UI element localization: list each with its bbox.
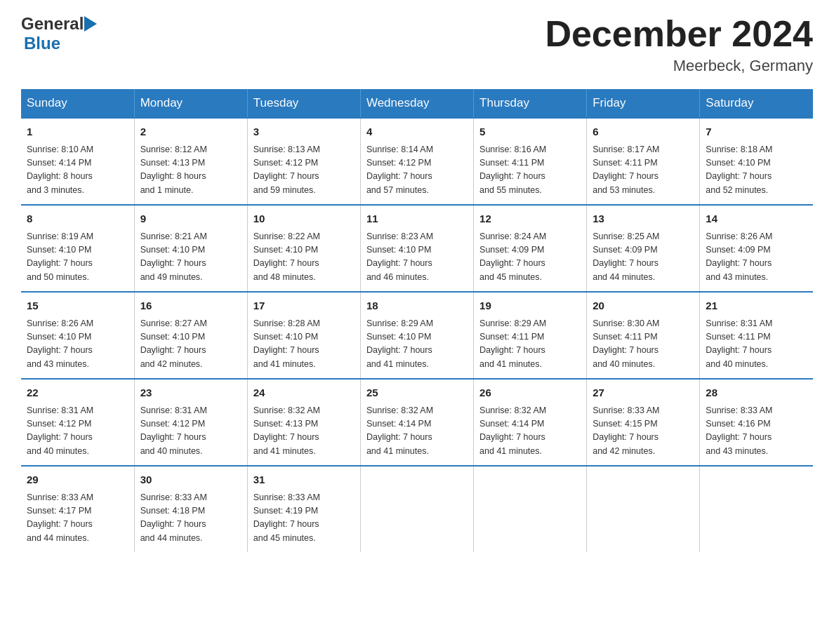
table-row	[474, 466, 587, 552]
day-number: 28	[706, 385, 807, 401]
calendar-week-row: 22 Sunrise: 8:31 AMSunset: 4:12 PMDaylig…	[21, 379, 813, 466]
day-info: Sunrise: 8:33 AMSunset: 4:16 PMDaylight:…	[706, 405, 772, 456]
day-number: 6	[593, 124, 694, 140]
table-row: 15 Sunrise: 8:26 AMSunset: 4:10 PMDaylig…	[21, 292, 134, 379]
day-number: 31	[253, 472, 355, 488]
table-row: 10 Sunrise: 8:22 AMSunset: 4:10 PMDaylig…	[247, 205, 360, 292]
day-number: 15	[27, 298, 128, 314]
day-info: Sunrise: 8:26 AMSunset: 4:09 PMDaylight:…	[706, 232, 772, 282]
table-row: 30 Sunrise: 8:33 AMSunset: 4:18 PMDaylig…	[134, 466, 247, 552]
day-number: 9	[140, 211, 241, 227]
day-number: 7	[706, 124, 807, 140]
col-wednesday: Wednesday	[360, 89, 473, 118]
day-number: 3	[253, 124, 355, 140]
day-info: Sunrise: 8:31 AMSunset: 4:12 PMDaylight:…	[140, 405, 207, 456]
table-row: 31 Sunrise: 8:33 AMSunset: 4:19 PMDaylig…	[247, 466, 360, 552]
calendar-week-row: 8 Sunrise: 8:19 AMSunset: 4:10 PMDayligh…	[21, 205, 813, 292]
col-friday: Friday	[587, 89, 700, 118]
day-info: Sunrise: 8:18 AMSunset: 4:10 PMDaylight:…	[706, 145, 772, 195]
day-number: 12	[479, 211, 581, 227]
table-row: 6 Sunrise: 8:17 AMSunset: 4:11 PMDayligh…	[587, 118, 700, 205]
day-info: Sunrise: 8:33 AMSunset: 4:19 PMDaylight:…	[253, 492, 320, 543]
day-info: Sunrise: 8:29 AMSunset: 4:10 PMDaylight:…	[366, 318, 433, 369]
day-info: Sunrise: 8:27 AMSunset: 4:10 PMDaylight:…	[140, 318, 207, 369]
table-row: 28 Sunrise: 8:33 AMSunset: 4:16 PMDaylig…	[700, 379, 813, 466]
page-header: General Blue December 2024 Meerbeck, Ger…	[21, 14, 813, 75]
table-row: 24 Sunrise: 8:32 AMSunset: 4:13 PMDaylig…	[247, 379, 360, 466]
logo: General Blue	[21, 14, 98, 53]
day-info: Sunrise: 8:22 AMSunset: 4:10 PMDaylight:…	[253, 232, 320, 282]
table-row	[360, 466, 473, 552]
table-row: 2 Sunrise: 8:12 AMSunset: 4:13 PMDayligh…	[134, 118, 247, 205]
svg-marker-0	[84, 16, 97, 32]
col-saturday: Saturday	[700, 89, 813, 118]
table-row	[700, 466, 813, 552]
logo-blue-text: Blue	[24, 34, 60, 53]
calendar-header-row: Sunday Monday Tuesday Wednesday Thursday…	[21, 89, 813, 118]
day-number: 20	[593, 298, 694, 314]
table-row: 17 Sunrise: 8:28 AMSunset: 4:10 PMDaylig…	[247, 292, 360, 379]
table-row: 12 Sunrise: 8:24 AMSunset: 4:09 PMDaylig…	[474, 205, 587, 292]
calendar-table: Sunday Monday Tuesday Wednesday Thursday…	[21, 89, 813, 552]
table-row: 7 Sunrise: 8:18 AMSunset: 4:10 PMDayligh…	[700, 118, 813, 205]
day-number: 4	[366, 124, 468, 140]
day-number: 18	[366, 298, 468, 314]
day-number: 22	[27, 385, 128, 401]
day-number: 16	[140, 298, 241, 314]
day-info: Sunrise: 8:32 AMSunset: 4:14 PMDaylight:…	[479, 405, 546, 456]
table-row: 20 Sunrise: 8:30 AMSunset: 4:11 PMDaylig…	[587, 292, 700, 379]
day-info: Sunrise: 8:31 AMSunset: 4:12 PMDaylight:…	[27, 405, 93, 456]
day-info: Sunrise: 8:26 AMSunset: 4:10 PMDaylight:…	[27, 318, 93, 369]
day-number: 24	[253, 385, 355, 401]
calendar-week-row: 1 Sunrise: 8:10 AMSunset: 4:14 PMDayligh…	[21, 118, 813, 205]
day-number: 21	[706, 298, 807, 314]
calendar-week-row: 15 Sunrise: 8:26 AMSunset: 4:10 PMDaylig…	[21, 292, 813, 379]
day-info: Sunrise: 8:10 AMSunset: 4:14 PMDaylight:…	[27, 145, 93, 195]
day-info: Sunrise: 8:32 AMSunset: 4:13 PMDaylight:…	[253, 405, 320, 456]
table-row: 11 Sunrise: 8:23 AMSunset: 4:10 PMDaylig…	[360, 205, 473, 292]
table-row: 3 Sunrise: 8:13 AMSunset: 4:12 PMDayligh…	[247, 118, 360, 205]
table-row: 25 Sunrise: 8:32 AMSunset: 4:14 PMDaylig…	[360, 379, 473, 466]
table-row: 22 Sunrise: 8:31 AMSunset: 4:12 PMDaylig…	[21, 379, 134, 466]
day-number: 2	[140, 124, 241, 140]
day-info: Sunrise: 8:25 AMSunset: 4:09 PMDaylight:…	[593, 232, 659, 282]
table-row: 16 Sunrise: 8:27 AMSunset: 4:10 PMDaylig…	[134, 292, 247, 379]
day-number: 23	[140, 385, 241, 401]
table-row: 4 Sunrise: 8:14 AMSunset: 4:12 PMDayligh…	[360, 118, 473, 205]
day-number: 1	[27, 124, 128, 140]
day-info: Sunrise: 8:21 AMSunset: 4:10 PMDaylight:…	[140, 232, 207, 282]
title-section: December 2024 Meerbeck, Germany	[545, 14, 813, 75]
col-monday: Monday	[134, 89, 247, 118]
day-number: 29	[27, 472, 128, 488]
table-row: 9 Sunrise: 8:21 AMSunset: 4:10 PMDayligh…	[134, 205, 247, 292]
day-info: Sunrise: 8:33 AMSunset: 4:15 PMDaylight:…	[593, 405, 659, 456]
table-row: 5 Sunrise: 8:16 AMSunset: 4:11 PMDayligh…	[474, 118, 587, 205]
table-row: 8 Sunrise: 8:19 AMSunset: 4:10 PMDayligh…	[21, 205, 134, 292]
day-number: 25	[366, 385, 468, 401]
day-info: Sunrise: 8:14 AMSunset: 4:12 PMDaylight:…	[366, 145, 433, 195]
day-info: Sunrise: 8:33 AMSunset: 4:17 PMDaylight:…	[27, 492, 93, 543]
month-title: December 2024	[545, 14, 813, 54]
day-info: Sunrise: 8:12 AMSunset: 4:13 PMDaylight:…	[140, 145, 207, 195]
day-info: Sunrise: 8:33 AMSunset: 4:18 PMDaylight:…	[140, 492, 207, 543]
day-info: Sunrise: 8:29 AMSunset: 4:11 PMDaylight:…	[479, 318, 546, 369]
day-info: Sunrise: 8:23 AMSunset: 4:10 PMDaylight:…	[366, 232, 433, 282]
col-thursday: Thursday	[474, 89, 587, 118]
logo-general-text: General	[21, 14, 84, 34]
day-number: 17	[253, 298, 355, 314]
day-number: 14	[706, 211, 807, 227]
day-number: 13	[593, 211, 694, 227]
table-row: 18 Sunrise: 8:29 AMSunset: 4:10 PMDaylig…	[360, 292, 473, 379]
table-row: 14 Sunrise: 8:26 AMSunset: 4:09 PMDaylig…	[700, 205, 813, 292]
day-number: 8	[27, 211, 128, 227]
col-tuesday: Tuesday	[247, 89, 360, 118]
table-row: 19 Sunrise: 8:29 AMSunset: 4:11 PMDaylig…	[474, 292, 587, 379]
day-info: Sunrise: 8:13 AMSunset: 4:12 PMDaylight:…	[253, 145, 320, 195]
day-info: Sunrise: 8:28 AMSunset: 4:10 PMDaylight:…	[253, 318, 320, 369]
location-title: Meerbeck, Germany	[545, 57, 813, 75]
day-number: 11	[366, 211, 468, 227]
logo-triangle-icon	[84, 16, 98, 32]
day-info: Sunrise: 8:32 AMSunset: 4:14 PMDaylight:…	[366, 405, 433, 456]
day-info: Sunrise: 8:24 AMSunset: 4:09 PMDaylight:…	[479, 232, 546, 282]
day-info: Sunrise: 8:16 AMSunset: 4:11 PMDaylight:…	[479, 145, 546, 195]
